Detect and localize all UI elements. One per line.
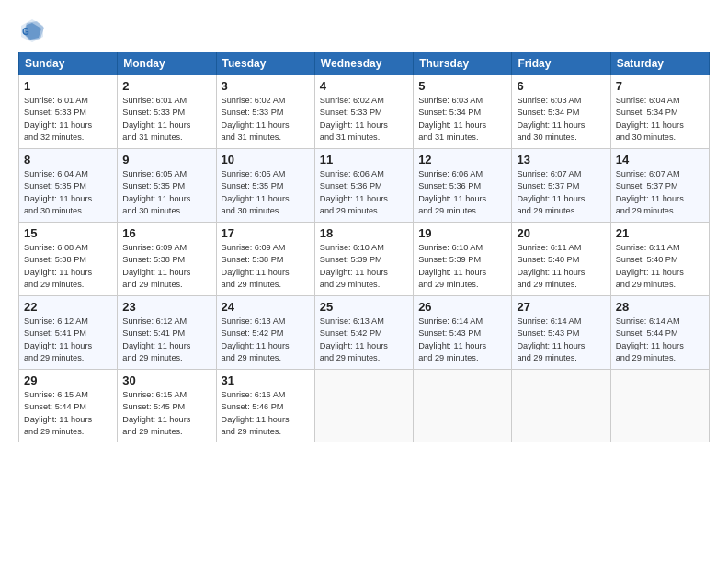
day-number: 3 — [222, 79, 310, 93]
calendar-cell: 24Sunrise: 6:13 AMSunset: 5:42 PMDayligh… — [216, 296, 314, 370]
day-number: 19 — [418, 226, 506, 240]
day-number: 30 — [122, 373, 210, 387]
day-info: Sunrise: 6:10 AMSunset: 5:39 PMDaylight:… — [418, 242, 506, 291]
calendar-cell: 14Sunrise: 6:07 AMSunset: 5:37 PMDayligh… — [610, 149, 709, 223]
day-info: Sunrise: 6:03 AMSunset: 5:34 PMDaylight:… — [517, 95, 605, 144]
day-number: 12 — [418, 153, 506, 167]
day-info: Sunrise: 6:04 AMSunset: 5:34 PMDaylight:… — [616, 95, 704, 144]
day-info: Sunrise: 6:05 AMSunset: 5:35 PMDaylight:… — [122, 168, 210, 217]
calendar-cell — [314, 370, 413, 442]
day-number: 21 — [616, 226, 704, 240]
day-number: 11 — [320, 153, 408, 167]
day-info: Sunrise: 6:02 AMSunset: 5:33 PMDaylight:… — [320, 95, 408, 144]
calendar-week-2: 8Sunrise: 6:04 AMSunset: 5:35 PMDaylight… — [19, 149, 710, 223]
weekday-header-sunday: Sunday — [19, 52, 118, 75]
day-info: Sunrise: 6:16 AMSunset: 5:46 PMDaylight:… — [222, 389, 310, 438]
calendar-cell: 16Sunrise: 6:09 AMSunset: 5:38 PMDayligh… — [118, 223, 216, 296]
calendar-cell: 21Sunrise: 6:11 AMSunset: 5:40 PMDayligh… — [610, 223, 709, 296]
calendar-cell: 11Sunrise: 6:06 AMSunset: 5:36 PMDayligh… — [314, 149, 413, 223]
header: G — [18, 17, 710, 44]
calendar-cell: 22Sunrise: 6:12 AMSunset: 5:41 PMDayligh… — [19, 296, 118, 370]
calendar-cell: 27Sunrise: 6:14 AMSunset: 5:43 PMDayligh… — [512, 296, 610, 370]
calendar-cell: 3Sunrise: 6:02 AMSunset: 5:33 PMDaylight… — [216, 75, 314, 149]
page: G SundayMondayTuesdayWednesdayThursdayFr… — [0, 0, 728, 563]
weekday-header-row: SundayMondayTuesdayWednesdayThursdayFrid… — [19, 52, 710, 75]
calendar-cell: 25Sunrise: 6:13 AMSunset: 5:42 PMDayligh… — [314, 296, 413, 370]
day-number: 6 — [517, 79, 605, 93]
day-number: 31 — [222, 373, 310, 387]
day-number: 27 — [517, 300, 605, 314]
logo-icon: G — [18, 17, 46, 44]
day-info: Sunrise: 6:11 AMSunset: 5:40 PMDaylight:… — [517, 242, 605, 291]
svg-text:G: G — [22, 27, 29, 37]
logo: G — [18, 17, 49, 44]
day-info: Sunrise: 6:14 AMSunset: 5:43 PMDaylight:… — [517, 316, 605, 364]
day-number: 20 — [517, 226, 605, 240]
day-info: Sunrise: 6:05 AMSunset: 5:35 PMDaylight:… — [222, 168, 310, 217]
calendar-cell: 26Sunrise: 6:14 AMSunset: 5:43 PMDayligh… — [414, 296, 512, 370]
day-info: Sunrise: 6:06 AMSunset: 5:36 PMDaylight:… — [418, 168, 506, 217]
calendar-cell: 30Sunrise: 6:15 AMSunset: 5:45 PMDayligh… — [118, 370, 216, 442]
day-number: 25 — [320, 300, 408, 314]
day-info: Sunrise: 6:12 AMSunset: 5:41 PMDaylight:… — [122, 316, 210, 364]
day-number: 29 — [24, 373, 112, 387]
calendar-cell: 12Sunrise: 6:06 AMSunset: 5:36 PMDayligh… — [414, 149, 512, 223]
day-info: Sunrise: 6:09 AMSunset: 5:38 PMDaylight:… — [222, 242, 310, 291]
weekday-header-wednesday: Wednesday — [314, 52, 413, 75]
day-info: Sunrise: 6:10 AMSunset: 5:39 PMDaylight:… — [320, 242, 408, 291]
weekday-header-saturday: Saturday — [610, 52, 709, 75]
day-info: Sunrise: 6:15 AMSunset: 5:44 PMDaylight:… — [24, 389, 112, 438]
day-info: Sunrise: 6:06 AMSunset: 5:36 PMDaylight:… — [320, 168, 408, 217]
day-info: Sunrise: 6:14 AMSunset: 5:43 PMDaylight:… — [418, 316, 506, 364]
weekday-header-friday: Friday — [512, 52, 610, 75]
day-info: Sunrise: 6:13 AMSunset: 5:42 PMDaylight:… — [222, 316, 310, 364]
calendar-cell: 15Sunrise: 6:08 AMSunset: 5:38 PMDayligh… — [19, 223, 118, 296]
day-info: Sunrise: 6:01 AMSunset: 5:33 PMDaylight:… — [122, 95, 210, 144]
day-info: Sunrise: 6:12 AMSunset: 5:41 PMDaylight:… — [24, 316, 112, 364]
day-number: 4 — [320, 79, 408, 93]
day-info: Sunrise: 6:11 AMSunset: 5:40 PMDaylight:… — [616, 242, 704, 291]
day-number: 24 — [222, 300, 310, 314]
day-info: Sunrise: 6:04 AMSunset: 5:35 PMDaylight:… — [24, 168, 112, 217]
weekday-header-tuesday: Tuesday — [216, 52, 314, 75]
calendar-week-3: 15Sunrise: 6:08 AMSunset: 5:38 PMDayligh… — [19, 223, 710, 296]
day-info: Sunrise: 6:01 AMSunset: 5:33 PMDaylight:… — [24, 95, 112, 144]
calendar-week-1: 1Sunrise: 6:01 AMSunset: 5:33 PMDaylight… — [19, 75, 710, 149]
day-number: 1 — [24, 79, 112, 93]
calendar-cell: 5Sunrise: 6:03 AMSunset: 5:34 PMDaylight… — [414, 75, 512, 149]
day-number: 23 — [122, 300, 210, 314]
calendar-week-5: 29Sunrise: 6:15 AMSunset: 5:44 PMDayligh… — [19, 370, 710, 442]
day-info: Sunrise: 6:07 AMSunset: 5:37 PMDaylight:… — [616, 168, 704, 217]
day-number: 15 — [24, 226, 112, 240]
calendar-cell: 28Sunrise: 6:14 AMSunset: 5:44 PMDayligh… — [610, 296, 709, 370]
calendar-cell: 31Sunrise: 6:16 AMSunset: 5:46 PMDayligh… — [216, 370, 314, 442]
calendar-cell: 4Sunrise: 6:02 AMSunset: 5:33 PMDaylight… — [314, 75, 413, 149]
day-info: Sunrise: 6:09 AMSunset: 5:38 PMDaylight:… — [122, 242, 210, 291]
day-number: 26 — [418, 300, 506, 314]
calendar-cell: 17Sunrise: 6:09 AMSunset: 5:38 PMDayligh… — [216, 223, 314, 296]
weekday-header-monday: Monday — [118, 52, 216, 75]
day-number: 5 — [418, 79, 506, 93]
calendar-cell: 10Sunrise: 6:05 AMSunset: 5:35 PMDayligh… — [216, 149, 314, 223]
calendar-week-4: 22Sunrise: 6:12 AMSunset: 5:41 PMDayligh… — [19, 296, 710, 370]
day-number: 8 — [24, 153, 112, 167]
calendar-cell: 29Sunrise: 6:15 AMSunset: 5:44 PMDayligh… — [19, 370, 118, 442]
day-info: Sunrise: 6:07 AMSunset: 5:37 PMDaylight:… — [517, 168, 605, 217]
day-info: Sunrise: 6:02 AMSunset: 5:33 PMDaylight:… — [222, 95, 310, 144]
calendar-cell: 13Sunrise: 6:07 AMSunset: 5:37 PMDayligh… — [512, 149, 610, 223]
day-number: 14 — [616, 153, 704, 167]
calendar-table: SundayMondayTuesdayWednesdayThursdayFrid… — [18, 52, 710, 442]
day-number: 18 — [320, 226, 408, 240]
day-number: 22 — [24, 300, 112, 314]
calendar-cell — [414, 370, 512, 442]
day-number: 2 — [122, 79, 210, 93]
day-info: Sunrise: 6:08 AMSunset: 5:38 PMDaylight:… — [24, 242, 112, 291]
calendar-cell: 1Sunrise: 6:01 AMSunset: 5:33 PMDaylight… — [19, 75, 118, 149]
calendar-cell: 2Sunrise: 6:01 AMSunset: 5:33 PMDaylight… — [118, 75, 216, 149]
day-number: 13 — [517, 153, 605, 167]
calendar-cell: 23Sunrise: 6:12 AMSunset: 5:41 PMDayligh… — [118, 296, 216, 370]
day-number: 9 — [122, 153, 210, 167]
calendar-cell: 18Sunrise: 6:10 AMSunset: 5:39 PMDayligh… — [314, 223, 413, 296]
day-number: 10 — [222, 153, 310, 167]
day-info: Sunrise: 6:03 AMSunset: 5:34 PMDaylight:… — [418, 95, 506, 144]
